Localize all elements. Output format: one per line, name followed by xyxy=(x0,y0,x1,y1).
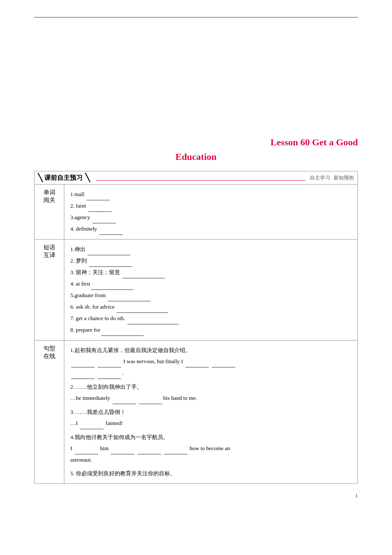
blank-1e xyxy=(71,367,95,379)
row-content-sentence: 1.起初我有点儿紧张，但最后我决定做自我介绍。 I was nervous, b… xyxy=(64,341,358,484)
phrase-blank-8 xyxy=(101,324,144,336)
phrase-item-7: 7. get a chance to do sth. xyxy=(70,313,352,324)
sentence-english-4: I him how to become an xyxy=(70,443,352,454)
phrase-blank-3 xyxy=(122,267,165,278)
sentence-english-1: I was nervous, but finally I xyxy=(70,356,352,367)
vocab-item-4: 4. definitely xyxy=(70,223,352,235)
row-label-sentence: 句型在线 xyxy=(35,341,64,484)
section-prefix-icon: ╲ xyxy=(38,173,43,182)
phrase-item-1: 1.伸出 xyxy=(70,244,352,255)
vocab-blank-1 xyxy=(86,189,110,200)
vocab-item-2: 2. faint xyxy=(70,200,352,212)
row-content-vocab: 1.mall 2. faint 3.agency 4. definitely xyxy=(64,185,358,240)
phrase-item-6: 6. ask sb. for advice xyxy=(70,301,352,313)
sentence-item-4: 4.我向他讨教关于如何成为一名宇航员。 I him how to become … xyxy=(70,432,352,465)
section-right-text1: 自主学习 xyxy=(310,174,330,182)
section-header: ╲ 课前自主预习 ╲ 自主学习 新知预热 xyxy=(34,171,358,184)
blank-4d xyxy=(164,443,187,454)
row-content-phrase: 1.伸出 2. 梦到 3. 留神；关注；留意 4. at first 5.gra… xyxy=(64,240,358,341)
vocab-blank-3 xyxy=(92,212,116,223)
section-suffix-icon: ╲ xyxy=(85,173,90,182)
vocab-blank-2 xyxy=(88,200,112,212)
sentence-item-1: 1.起初我有点儿紧张，但最后我决定做自我介绍。 I was nervous, b… xyxy=(70,345,352,379)
page-number: 1 xyxy=(34,492,358,499)
vocab-item-3: 3.agency xyxy=(70,212,352,223)
table-row: 短语互译 1.伸出 2. 梦到 3. 留神；关注；留意 4. at first … xyxy=(35,240,358,341)
sentence-item-5: 5. 你必须受到良好的教育并关注你的目标。 xyxy=(70,468,352,479)
blank-4c xyxy=(138,443,161,454)
phrase-blank-1 xyxy=(88,244,130,255)
section-divider-line xyxy=(96,180,306,181)
blank-1b xyxy=(98,356,121,367)
main-table: 单词阅关 1.mall 2. faint 3.agency 4. definit… xyxy=(34,184,358,484)
sentence-chinese-5: 5. 你必须受到良好的教育并关注你的目标。 xyxy=(70,468,352,479)
blank-4b xyxy=(111,443,134,454)
sentence-english-2: …he immediately his hand to me. xyxy=(70,393,352,404)
sentence-item-3: 3. ……我差点儿昏倒！ …I fainted! xyxy=(70,407,352,429)
phrase-item-4: 4. at first xyxy=(70,278,352,290)
blank-1c xyxy=(185,356,209,367)
table-row: 单词阅关 1.mall 2. faint 3.agency 4. definit… xyxy=(35,185,358,240)
lesson-title-line1: Lesson 60 Get a Good xyxy=(34,137,358,148)
sentence-chinese-3: 3. ……我差点儿昏倒！ xyxy=(70,407,352,418)
blank-3a xyxy=(80,418,104,429)
section-right-text2: 新知预热 xyxy=(334,174,354,182)
phrase-item-5: 5.graduate from xyxy=(70,290,352,301)
blank-4a xyxy=(75,443,98,454)
phrase-blank-7 xyxy=(127,313,179,324)
sentence-chinese-1: 1.起初我有点儿紧张，但最后我决定做自我介绍。 xyxy=(70,345,352,356)
blank-1a xyxy=(71,356,95,367)
row-label-vocab: 单词阅关 xyxy=(35,185,64,240)
phrase-blank-4 xyxy=(91,278,134,290)
phrase-blank-5 xyxy=(108,290,150,301)
phrase-blank-2 xyxy=(89,255,132,267)
blank-2b xyxy=(139,393,162,404)
row-label-phrase: 短语互译 xyxy=(35,240,64,341)
sentence-chinese-2: 2. ……他立刻向我伸出了手。 xyxy=(70,382,352,393)
sentence-item-2: 2. ……他立刻向我伸出了手。 …he immediately his hand… xyxy=(70,382,352,404)
phrase-item-2: 2. 梦到 xyxy=(70,255,352,267)
phrase-item-3: 3. 留神；关注；留意 xyxy=(70,267,352,278)
phrase-blank-6 xyxy=(117,301,168,313)
blank-2a xyxy=(112,393,136,404)
phrase-item-8: 8. prepare for xyxy=(70,324,352,336)
lesson-title-line2: Education xyxy=(34,151,358,162)
blank-1f xyxy=(98,367,121,379)
table-row: 句型在线 1.起初我有点儿紧张，但最后我决定做自我介绍。 I was nervo… xyxy=(35,341,358,484)
top-divider xyxy=(34,17,358,17)
sentence-english-1b: . xyxy=(70,367,352,379)
sentence-english-4b: astronaut. xyxy=(70,454,352,465)
vocab-item-1: 1.mall xyxy=(70,189,352,200)
sentence-chinese-4: 4.我向他讨教关于如何成为一名宇航员。 xyxy=(70,432,352,443)
sentence-english-3: …I fainted! xyxy=(70,418,352,429)
section-title: 课前自主预习 xyxy=(44,174,83,182)
vocab-blank-4 xyxy=(99,223,123,235)
blank-1d xyxy=(212,356,235,367)
